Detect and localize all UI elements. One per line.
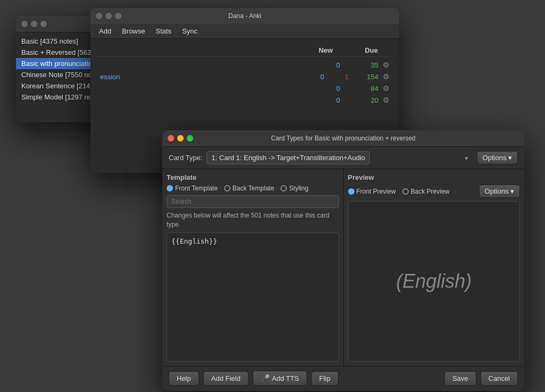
card-types-title: Card Types for Basic with pronunciation … (271, 135, 416, 142)
gear-icon[interactable]: ⚙ (383, 96, 390, 104)
front-template-label: Front Template (175, 185, 218, 192)
deck-new: 0 (319, 96, 351, 104)
radio-dot-back (224, 185, 230, 191)
back-preview-label: Back Preview (411, 188, 450, 195)
card-type-dropdown-wrapper: 1: Card 1: English -> Target+Translitera… (207, 151, 472, 164)
search-input[interactable] (167, 195, 339, 208)
deck-due-red: 1 (335, 73, 351, 81)
card-type-dropdown[interactable]: 1: Card 1: English -> Target+Translitera… (207, 151, 370, 164)
deck-due: 154 (351, 73, 383, 81)
menu-sync[interactable]: Sync (182, 27, 197, 35)
styling-label: Styling (289, 185, 308, 192)
template-notice: Changes below will affect the 501 notes … (167, 211, 339, 229)
maximize-button[interactable] (40, 21, 47, 27)
preview-radio-group: Front Preview Back Preview Options ▾ (348, 185, 521, 198)
deck-due: 35 (351, 61, 383, 69)
card-type-selector: Card Type: 1: Card 1: English -> Target+… (162, 147, 524, 169)
table-row: 0 20 ⚙ (96, 94, 394, 106)
card-types-traffic-lights (168, 135, 193, 141)
minimize-button[interactable] (31, 21, 37, 27)
preview-content: (English) (348, 201, 521, 362)
card-type-label: Card Type: (169, 154, 202, 162)
deck-new: 0 (319, 61, 351, 69)
card-types-titlebar: Card Types for Basic with pronunciation … (162, 130, 524, 147)
maximize-button[interactable] (187, 135, 193, 141)
deck-due: 20 (351, 96, 383, 104)
front-template-radio[interactable]: Front Template (167, 185, 218, 192)
chevron-down-icon: ▾ (465, 154, 468, 162)
cancel-button[interactable]: Cancel (481, 371, 518, 386)
options-button[interactable]: Options ▾ (477, 151, 518, 164)
styling-radio[interactable]: Styling (280, 185, 308, 192)
preview-text: (English) (396, 270, 472, 293)
anki-close-button[interactable] (96, 13, 102, 19)
deck-new: 0 (319, 85, 351, 93)
preview-panel: Preview Front Preview Back Preview Optio… (344, 169, 525, 366)
template-editor[interactable]: {{English}} (167, 232, 339, 362)
close-button[interactable] (168, 135, 174, 141)
template-radio-group: Front Template Back Template Styling (167, 185, 339, 192)
deck-due: 84 (351, 85, 383, 93)
card-types-content: Template Front Template Back Template St… (162, 169, 524, 366)
flip-button[interactable]: Flip (311, 371, 338, 386)
table-row: 0 35 ⚙ (96, 59, 394, 71)
tts-icon: 🎤 (261, 374, 270, 382)
close-button[interactable] (21, 21, 28, 27)
template-content: {{English}} (171, 237, 217, 245)
deck-new: 0 (303, 73, 335, 81)
menu-add[interactable]: Add (99, 27, 111, 35)
anki-menubar: Add Browse Stats Sync (90, 24, 399, 39)
anki-titlebar: Dana - Anki (90, 8, 399, 24)
add-field-button[interactable]: Add Field (203, 371, 249, 386)
add-tts-button[interactable]: 🎤 Add TTS (253, 371, 307, 386)
save-button[interactable]: Save (444, 371, 476, 386)
card-types-window: Card Types for Basic with pronunciation … (162, 130, 524, 391)
radio-dot-styling (280, 185, 287, 191)
front-preview-radio[interactable]: Front Preview (348, 188, 396, 195)
header-due: Due (365, 46, 378, 54)
traffic-lights (21, 21, 47, 27)
template-panel-header: Template (167, 173, 339, 181)
radio-dot-front (167, 185, 173, 191)
radio-dot-front-preview (348, 188, 354, 195)
menu-stats[interactable]: Stats (156, 27, 172, 35)
anki-maximize-button[interactable] (115, 13, 121, 19)
anki-minimize-button[interactable] (105, 13, 112, 19)
front-preview-label: Front Preview (357, 188, 396, 195)
back-template-radio[interactable]: Back Template (224, 185, 275, 192)
back-preview-radio[interactable]: Back Preview (402, 188, 450, 195)
deck-table: New Due 0 35 ⚙ ession 0 1 154 ⚙ 0 84 ⚙ 0… (90, 39, 399, 111)
gear-icon[interactable]: ⚙ (383, 72, 390, 81)
help-button[interactable]: Help (169, 371, 199, 386)
template-panel: Template Front Template Back Template St… (162, 169, 344, 366)
gear-icon[interactable]: ⚙ (383, 61, 390, 69)
add-tts-label: Add TTS (272, 374, 299, 382)
deck-name[interactable]: ession (100, 73, 303, 81)
menu-browse[interactable]: Browse (122, 27, 145, 35)
gear-icon[interactable]: ⚙ (383, 84, 390, 93)
table-row: ession 0 1 154 ⚙ (96, 71, 394, 82)
minimize-button[interactable] (177, 135, 184, 141)
back-template-label: Back Template (233, 185, 275, 192)
header-new: New (319, 46, 333, 54)
preview-panel-header: Preview (348, 173, 521, 181)
table-row: 0 84 ⚙ (96, 82, 394, 94)
radio-dot-back-preview (402, 188, 409, 195)
anki-traffic-lights (96, 13, 121, 19)
deck-header: New Due (96, 44, 394, 57)
preview-options-button[interactable]: Options ▾ (479, 185, 520, 198)
anki-title: Dana - Anki (228, 12, 261, 20)
card-types-footer: Help Add Field 🎤 Add TTS Flip Save Cance… (162, 366, 524, 390)
